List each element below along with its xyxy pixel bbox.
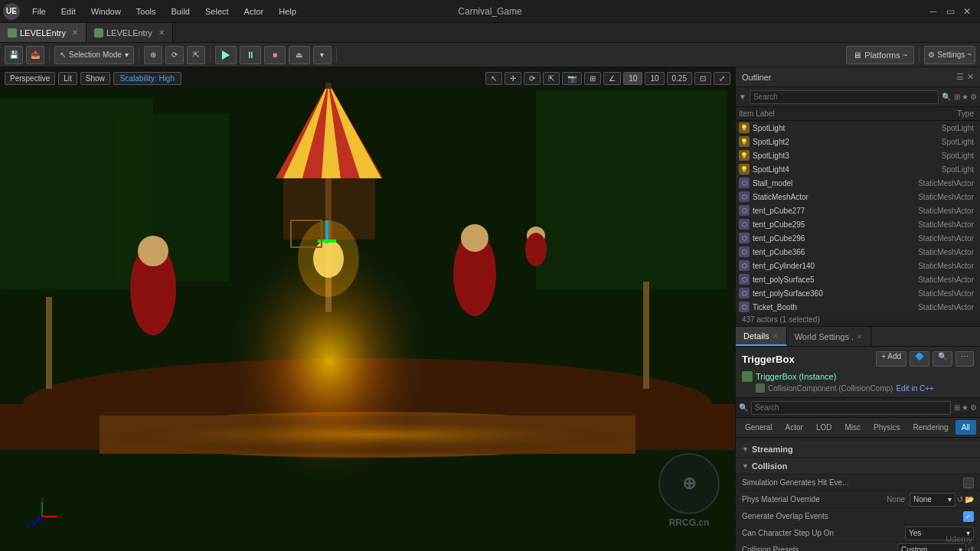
blueprint-btn[interactable]: 🔷	[910, 351, 929, 367]
details-title-row: TriggerBox + Add 🔷 🔍 ⋯	[742, 351, 974, 367]
show-btn[interactable]: Show	[80, 72, 110, 85]
import-btn[interactable]: 📥	[26, 46, 44, 64]
subtab-actor[interactable]: Actor	[779, 420, 809, 435]
details-search-input[interactable]	[751, 401, 951, 415]
menu-file[interactable]: File	[24, 4, 54, 19]
menu-actor[interactable]: Actor	[237, 4, 272, 19]
tab-details[interactable]: Details ✕	[736, 327, 787, 346]
options-btn[interactable]: ⋯	[956, 351, 974, 367]
scene-svg	[0, 67, 735, 551]
outliner-row-spotlight4[interactable]: 💡 SpotLight4 SpotLight	[736, 162, 980, 176]
outliner-row-stall[interactable]: ⬡ Stall_model StaticMeshActor	[736, 176, 980, 190]
tab-levelentry-2[interactable]: LEVELEntry ✕	[87, 23, 173, 42]
rotate-tool-btn[interactable]: ⟳	[524, 72, 541, 85]
outliner-row-spotlight1[interactable]: 💡 SpotLight SpotLight	[736, 121, 980, 135]
step-button[interactable]: ⏸	[240, 46, 261, 64]
lit-btn[interactable]: Lit	[58, 72, 77, 85]
close-button[interactable]: ✕	[960, 5, 974, 18]
tab-world-settings[interactable]: World Settings . ✕	[787, 327, 871, 346]
restore-button[interactable]: ▭	[943, 5, 957, 18]
move-tool-btn[interactable]: ✛	[505, 72, 521, 85]
details-settings-btn[interactable]: ⚙	[970, 403, 977, 412]
viewport[interactable]: Perspective Lit Show Scalability: High ↖…	[0, 67, 735, 551]
details-view-btn[interactable]: ⊞	[954, 403, 960, 412]
stop-button[interactable]: ■	[264, 46, 286, 64]
menu-window[interactable]: Window	[83, 4, 129, 19]
select-tool-btn[interactable]: ↖	[485, 72, 502, 85]
sim-hit-checkbox[interactable]	[963, 478, 974, 488]
viewport-container[interactable]: Perspective Lit Show Scalability: High ↖…	[0, 67, 735, 551]
details-star-btn[interactable]: ★	[962, 403, 969, 412]
camera-tool-btn[interactable]: 📷	[562, 72, 582, 85]
snap-rotate-btn[interactable]: ∠	[603, 72, 621, 85]
scalability-btn[interactable]: Scalability: High	[113, 72, 181, 85]
outliner-settings-btn[interactable]: ⚙	[970, 93, 977, 101]
outliner-row-spotlight3[interactable]: 💡 SpotLight3 SpotLight	[736, 148, 980, 162]
fullscreen-btn[interactable]: ⤢	[714, 72, 730, 85]
save-btn[interactable]: 💾	[5, 46, 23, 64]
menu-build[interactable]: Build	[164, 4, 198, 19]
subtab-rendering[interactable]: Rendering	[907, 420, 955, 435]
menu-help[interactable]: Help	[271, 4, 304, 19]
add-component-btn[interactable]: + Add	[876, 351, 906, 367]
outliner-search-input[interactable]	[750, 90, 939, 104]
transform-btn-3[interactable]: ⇱	[187, 46, 205, 64]
outliner-menu-icon[interactable]: ☰	[956, 72, 964, 82]
viewport-options-btn[interactable]: ⊡	[694, 72, 711, 85]
scale-tool-btn[interactable]: ⇱	[543, 72, 560, 85]
snap-angle-btn[interactable]: 10	[645, 72, 664, 85]
search-details-btn[interactable]: 🔍	[933, 351, 952, 367]
tab-levelentry-1[interactable]: LEVELEntry ✕	[0, 23, 87, 42]
outliner-row-tent277[interactable]: ⬡ tent_pCube277 StaticMeshActor	[736, 204, 980, 217]
tab-ws-close[interactable]: ✕	[857, 333, 863, 341]
play-button[interactable]	[215, 46, 237, 64]
subtab-general[interactable]: General	[739, 420, 779, 435]
platforms-btn[interactable]: 🖥 Platforms ~	[846, 46, 914, 64]
reset-presets-btn[interactable]: ↺	[968, 546, 974, 551]
outliner-view-btn-1[interactable]: ⊞	[954, 93, 960, 101]
outliner-row-tent296[interactable]: ⬡ tent_pCube296 StaticMeshActor	[736, 231, 980, 245]
overlap-checkbox[interactable]: ✓	[963, 511, 974, 522]
selection-mode-btn[interactable]: ↖ Selection Mode ▾	[54, 46, 134, 64]
outliner-search-icon[interactable]: 🔍	[942, 93, 951, 101]
grid-toggle-btn[interactable]: ⊞	[584, 72, 601, 85]
outliner-row-tentcyl[interactable]: ⬡ tent_pCylinder140 StaticMeshActor	[736, 259, 980, 272]
subtab-all[interactable]: All	[956, 420, 976, 435]
menu-edit[interactable]: Edit	[54, 4, 83, 19]
tentpoly360-type: StaticMeshActor	[918, 289, 977, 298]
outliner-view-btn-2[interactable]: ★	[962, 93, 969, 101]
tab-details-close[interactable]: ✕	[773, 332, 779, 340]
camera-speed-btn[interactable]: 0.25	[667, 72, 692, 85]
settings-btn[interactable]: ⚙ Settings ~	[924, 46, 975, 64]
reset-phys-btn[interactable]: ↺	[957, 495, 963, 504]
phys-mat-dropdown[interactable]: None ▾	[910, 493, 956, 507]
outliner-row-staticmesh[interactable]: ⬡ StaticMeshActor StaticMeshActor	[736, 190, 980, 204]
eject-button[interactable]: ⏏	[289, 46, 310, 64]
minimize-button[interactable]: ─	[926, 5, 940, 18]
outliner-row-ticketbooth[interactable]: ⬡ Ticket_Booth StaticMeshActor	[736, 300, 980, 312]
menu-tools[interactable]: Tools	[129, 4, 164, 19]
outliner-row-tentpoly360[interactable]: ⬡ tent_polySurface360 StaticMeshActor	[736, 286, 980, 300]
subtab-lod[interactable]: LOD	[810, 420, 838, 435]
tab-close-1[interactable]: ✕	[72, 28, 78, 37]
collision-presets-dropdown[interactable]: Custom... ▾	[897, 543, 966, 552]
play-options-btn[interactable]: ▾	[313, 46, 332, 64]
transform-btn-1[interactable]: ⊕	[144, 46, 162, 64]
outliner-row-spotlight2[interactable]: 💡 SpotLight2 SpotLight	[736, 135, 980, 148]
outliner-close-btn[interactable]: ✕	[967, 72, 974, 82]
outliner-row-tent366[interactable]: ⬡ tent_pCube366 StaticMeshActor	[736, 245, 980, 259]
subtab-physics[interactable]: Physics	[867, 420, 906, 435]
menu-select[interactable]: Select	[198, 4, 237, 19]
tab-close-2[interactable]: ✕	[158, 28, 165, 37]
gear-icon: ⚙	[928, 51, 935, 59]
transform-btn-2[interactable]: ⟳	[165, 46, 184, 64]
edit-in-cpp-btn[interactable]: Edit in C++	[896, 384, 933, 393]
collision-section-header[interactable]: ▼ Collision	[736, 458, 980, 474]
grid-size-btn[interactable]: 10	[623, 72, 642, 85]
browse-phys-btn[interactable]: 📂	[965, 495, 974, 504]
streaming-section-header[interactable]: ▼ Streaming	[736, 441, 980, 458]
perspective-btn[interactable]: Perspective	[5, 72, 55, 85]
outliner-row-tentpoly5[interactable]: ⬡ tent_polySurface5 StaticMeshActor	[736, 272, 980, 286]
outliner-row-tent295[interactable]: ⬡ tent_pCube295 StaticMeshActor	[736, 217, 980, 231]
subtab-misc[interactable]: Misc	[838, 420, 867, 435]
